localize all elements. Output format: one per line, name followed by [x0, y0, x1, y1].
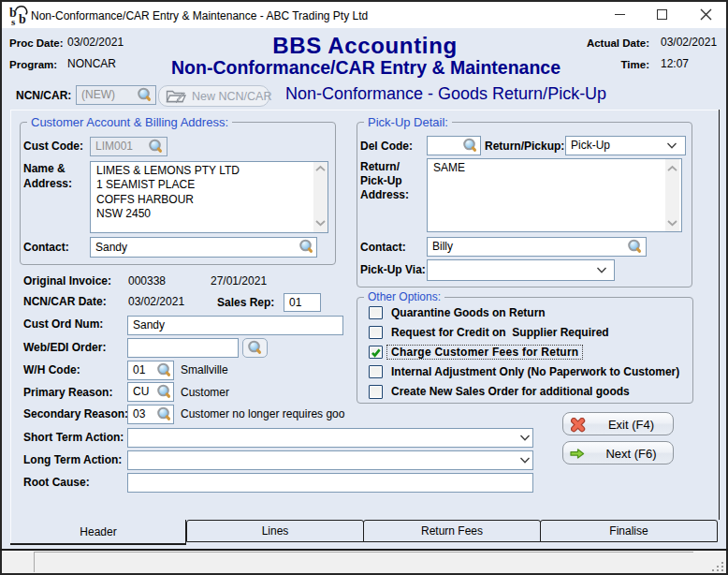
svg-text:b: b: [19, 12, 26, 26]
svg-text:s: s: [11, 16, 16, 26]
